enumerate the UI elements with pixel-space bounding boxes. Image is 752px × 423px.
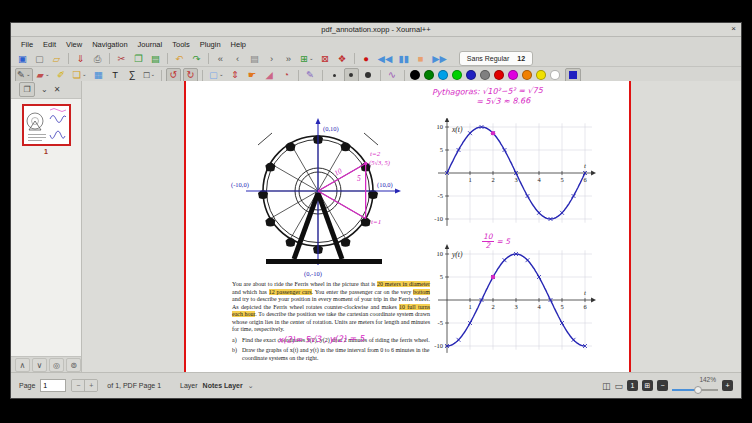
document-canvas[interactable]: Pythagoras: √10²−5² = √75 = 5√3 ≈ 8.66 (… [82,81,741,373]
menu-help[interactable]: Help [226,40,251,49]
fullscreen-button[interactable]: ❖ [335,51,350,66]
rect-selection-icon: ▢ [209,70,218,80]
page-number-input[interactable] [40,379,66,392]
sidebar-close-icon[interactable]: ✕ [54,85,61,94]
toolbar-separator [109,53,110,64]
record-audio-button[interactable]: ● [359,51,374,66]
color-swatch-f08000[interactable] [522,70,532,80]
svg-text:-10: -10 [434,342,443,349]
cut-button[interactable]: ✂ [114,51,129,66]
font-selector-button[interactable]: Sans Regular 12 [459,51,533,66]
stop-icon: ■ [418,54,424,64]
zoom-in-button[interactable]: + [722,380,733,391]
paste-button[interactable]: ▤ [148,51,163,66]
color-swatch-808080[interactable] [480,70,490,80]
menu-view[interactable]: View [61,40,87,49]
export-pdf-button[interactable]: ⇓ [73,51,88,66]
color-swatch-e00000[interactable] [494,70,504,80]
graph-y-of-t: 123456105-5-10y(t)t [425,243,596,360]
color-swatch-008000[interactable] [424,70,434,80]
save-button[interactable]: ▣ [15,51,30,66]
pen-icon: ✎ [17,70,25,80]
next-page-button[interactable]: › [264,51,279,66]
dual-page-button[interactable]: ◫ [602,381,611,391]
page-1-thumbnail[interactable] [22,104,71,146]
rewind-button[interactable]: ◀◀ [376,51,395,66]
chevron-down-icon[interactable]: ⌄ [26,72,31,78]
sidebar-pages-panel-icon[interactable]: ❐ [19,82,35,97]
zoom-slider-thumb[interactable] [694,386,702,394]
zoom-slider[interactable]: 142% [672,381,718,395]
color-swatch-00a0e8[interactable] [438,70,448,80]
new-document-button[interactable]: ▢ [32,51,47,66]
chevron-down-icon[interactable]: ⌄ [219,72,224,78]
color-swatch-ffffff[interactable] [550,70,560,80]
sidebar-overlap-circles-button[interactable]: ◎ [49,358,64,372]
page-plus-button[interactable]: + [85,380,97,391]
stop-button[interactable]: ■ [413,51,428,66]
menu-navigation[interactable]: Navigation [87,40,132,49]
fullscreen-icon: ❖ [338,54,347,64]
sidebar-collapse-icon[interactable]: ⌄ [41,85,48,94]
titlebar[interactable]: pdf_annotation.xopp - Xournal++ × [11,23,741,37]
svg-text:3: 3 [514,303,517,310]
print-button[interactable]: ⎙ [90,51,105,66]
fit-page-button[interactable]: ⊞ [642,380,653,391]
svg-text:(0,10): (0,10) [323,125,339,133]
open-button[interactable]: ▱ [49,51,64,66]
svg-text:10: 10 [437,250,444,257]
color-swatch-00d000[interactable] [452,70,462,80]
svg-text:10: 10 [437,123,444,130]
menu-file[interactable]: File [16,40,38,49]
insert-image-icon: ▦ [94,70,103,80]
previous-page-button[interactable]: ‹ [230,51,245,66]
close-icon[interactable]: × [731,24,736,33]
font-family-label: Sans Regular [467,55,509,62]
color-swatch-e000e0[interactable] [508,70,518,80]
insert-text-icon: T [112,70,118,80]
sidebar: ❐⌄✕ 1 ∧∨◎⊚ [11,81,82,373]
menu-tools[interactable]: Tools [167,40,195,49]
body-text: . To describe the position we take the c… [232,311,430,332]
color-picker-icon [569,71,577,79]
menu-journal[interactable]: Journal [133,40,168,49]
delete-page-icon: ⊠ [321,54,329,64]
sidebar-chevron-down-button[interactable]: ∨ [32,358,47,372]
chevron-down-icon[interactable]: ⌄ [150,72,155,78]
menu-edit[interactable]: Edit [38,40,61,49]
chevron-down-icon[interactable]: ⌄ [82,72,87,78]
menu-plugin[interactable]: Plugin [195,40,226,49]
eraser-icon: ▰ [37,70,44,80]
single-page-button[interactable]: 1 [627,380,638,391]
first-page-button[interactable]: « [213,51,228,66]
new-document-icon: ▢ [35,54,44,64]
redo-button[interactable]: ↷ [189,51,204,66]
last-page-button[interactable]: » [281,51,296,66]
add-page-button[interactable]: ⊞⌄ [298,51,316,66]
zoom-out-button[interactable]: − [657,380,668,391]
page-label: Page [19,382,35,389]
play-pause-button[interactable]: ▮▮ [396,51,411,66]
copy-button[interactable]: ❐ [131,51,146,66]
color-swatch-2020c0[interactable] [466,70,476,80]
chevron-down-icon[interactable]: ⌄ [45,72,50,78]
sidebar-circle-dot-button[interactable]: ⊚ [66,358,81,372]
undo-button[interactable]: ↶ [172,51,187,66]
statusbar: Page − + of 1, PDF Page 1 Layer Notes La… [11,372,741,398]
delete-page-button[interactable]: ⊠ [318,51,333,66]
pdf-page[interactable]: Pythagoras: √10²−5² = √75 = 5√3 ≈ 8.66 (… [184,81,631,373]
chevron-down-icon[interactable]: ⌄ [309,56,314,62]
hand-tool-icon: ☛ [248,70,257,80]
forward-button[interactable]: ▶▶ [430,51,449,66]
chevron-down-icon[interactable]: ⌄ [248,382,254,390]
sidebar-chevron-up-button[interactable]: ∧ [15,358,30,372]
color-swatch-000000[interactable] [410,70,420,80]
sidebar-thumbnails: 1 [11,98,81,356]
layer-select[interactable]: Notes Layer [203,382,243,389]
presentation-button[interactable]: ▭ [614,381,623,391]
color-swatch-f0e000[interactable] [536,70,546,80]
select-pdf-text-icon: ❏ [73,70,82,80]
svg-text:-5: -5 [438,192,443,199]
page-minus-button[interactable]: − [72,380,85,391]
page-spinner-button[interactable]: ▤ [247,51,262,66]
